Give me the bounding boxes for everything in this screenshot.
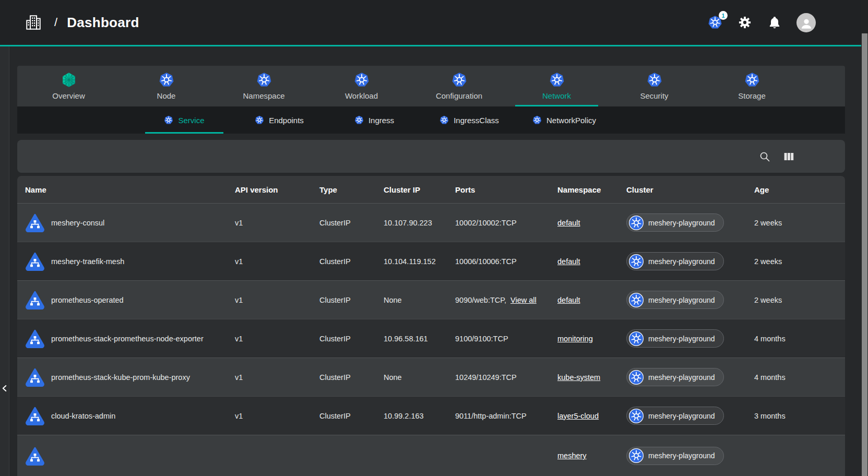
resource-tabs: Overview Node Namespace — [17, 66, 845, 106]
service-name: cloud-kratos-admin — [51, 412, 115, 420]
sub-tab[interactable]: IngressClass — [422, 106, 517, 134]
type-cell: ClusterIP — [319, 257, 384, 266]
ports-value: 10249/10249:TCP — [455, 373, 517, 382]
cluster-chip[interactable]: meshery-playground — [626, 407, 724, 425]
nav-tab[interactable]: Workload — [313, 66, 410, 106]
nav-tab-label: Configuration — [436, 91, 482, 100]
view-all-ports-link[interactable]: View all — [510, 296, 537, 304]
service-triangle-icon — [25, 367, 45, 387]
service-name-cell — [25, 446, 235, 466]
chevron-left-icon[interactable] — [0, 383, 10, 396]
active-subtab-indicator — [145, 132, 223, 134]
service-triangle-icon — [25, 446, 45, 466]
namespace-link[interactable]: layer5-cloud — [557, 412, 599, 420]
nav-tab[interactable]: Namespace — [215, 66, 313, 106]
page-title: Dashboard — [67, 15, 139, 31]
cluster-chip[interactable]: meshery-playground — [626, 213, 724, 232]
namespace-link[interactable]: monitoring — [557, 335, 593, 343]
age-cell: 4 months — [754, 373, 845, 382]
sub-tab-label: NetworkPolicy — [546, 116, 596, 125]
table-row[interactable]: prometheus-stack-kube-prom-kube-proxy v1… — [17, 358, 845, 396]
sub-tab[interactable]: NetworkPolicy — [517, 106, 612, 134]
kubernetes-icon — [629, 331, 644, 346]
api-version-cell: v1 — [235, 257, 319, 266]
namespace-link[interactable]: default — [557, 219, 580, 227]
ports-cell: 9090/web:TCP, View all — [455, 296, 557, 304]
age-cell: 2 weeks — [754, 296, 845, 304]
table-row[interactable]: cloud-kratos-admin v1 ClusterIP 10.99.2.… — [17, 396, 845, 435]
column-header-name[interactable]: Name — [25, 185, 235, 194]
nav-tab-label: Node — [157, 91, 176, 100]
cluster-chip[interactable]: meshery-playground — [626, 291, 724, 309]
table-row[interactable]: prometheus-stack-prometheus-node-exporte… — [17, 319, 845, 358]
namespace-link[interactable]: meshery — [557, 451, 587, 460]
cluster-chip[interactable]: meshery-playground — [626, 447, 724, 465]
search-icon[interactable] — [758, 150, 771, 163]
namespace-cell: layer5-cloud — [557, 412, 626, 420]
cluster-chip-label: meshery-playground — [648, 373, 715, 382]
service-triangle-icon — [25, 406, 45, 425]
service-name-cell: meshery-traefik-mesh — [25, 252, 235, 271]
ports-value: 9090/web:TCP, — [455, 296, 506, 304]
cluster-chip-label: meshery-playground — [648, 296, 715, 304]
type-cell: ClusterIP — [319, 412, 384, 420]
namespace-link[interactable]: default — [557, 296, 580, 304]
api-version-cell: v1 — [235, 296, 319, 304]
table-row[interactable]: prometheus-operated v1 ClusterIP None 90… — [17, 280, 845, 319]
namespace-cell: kube-system — [557, 373, 626, 382]
type-cell: ClusterIP — [319, 373, 384, 382]
column-header-cluster[interactable]: Cluster — [626, 185, 754, 194]
nav-tab-label: Security — [640, 91, 668, 100]
table-row[interactable]: meshery-consul v1 ClusterIP 10.107.90.22… — [17, 203, 845, 242]
kubernetes-icon — [647, 72, 662, 88]
column-header-age[interactable]: Age — [754, 185, 845, 194]
type-cell: ClusterIP — [319, 296, 384, 304]
cluster-chip-label: meshery-playground — [648, 257, 715, 266]
settings-gear-icon[interactable] — [737, 15, 753, 30]
age-cell: 3 months — [754, 412, 845, 420]
table-row[interactable]: meshery-traefik-mesh v1 ClusterIP 10.104… — [17, 242, 845, 280]
nav-tab[interactable]: Security — [605, 66, 703, 106]
sub-tab[interactable]: Endpoints — [232, 106, 327, 134]
nav-tab[interactable]: Network — [508, 66, 605, 106]
kubernetes-context-button[interactable]: 1 — [707, 15, 723, 30]
nav-tab[interactable]: Node — [117, 66, 215, 106]
column-header-type[interactable]: Type — [319, 185, 384, 194]
nav-tab-label: Network — [542, 91, 571, 100]
view-columns-icon[interactable] — [782, 150, 795, 163]
sub-tab-label: Endpoints — [269, 116, 304, 125]
kubernetes-icon — [354, 72, 370, 88]
user-avatar[interactable] — [796, 13, 816, 32]
scrollbar-thumb[interactable] — [862, 33, 867, 476]
service-name: prometheus-stack-kube-prom-kube-proxy — [51, 373, 190, 382]
service-name: prometheus-operated — [51, 296, 124, 304]
nav-tab[interactable]: Storage — [703, 66, 801, 106]
ports-cell: 10002/10002:TCP — [455, 219, 557, 227]
sub-tab[interactable]: Ingress — [327, 106, 422, 134]
notifications-bell-icon[interactable] — [767, 15, 782, 30]
nav-tab[interactable]: Configuration — [410, 66, 508, 106]
column-header-api-version[interactable]: API version — [235, 185, 319, 194]
ports-cell: 10249/10249:TCP — [455, 373, 557, 382]
cluster-chip[interactable]: meshery-playground — [626, 329, 724, 348]
service-name-cell: prometheus-stack-prometheus-node-exporte… — [25, 329, 235, 348]
sub-tab[interactable]: Service — [137, 106, 232, 134]
column-header-namespace[interactable]: Namespace — [557, 185, 626, 194]
services-table: Name API version Type Cluster IP Ports N… — [17, 176, 845, 476]
cluster-chip[interactable]: meshery-playground — [626, 368, 724, 386]
table-row[interactable]: meshery meshery-playground — [17, 435, 845, 476]
app-header: / Dashboard 1 — [0, 0, 868, 45]
cluster-ip-cell: 10.99.2.163 — [384, 412, 455, 420]
left-collapse-strip — [0, 46, 9, 476]
cluster-chip[interactable]: meshery-playground — [626, 252, 724, 270]
organization-icon[interactable] — [24, 13, 43, 32]
api-version-cell: v1 — [235, 412, 319, 420]
namespace-link[interactable]: kube-system — [557, 373, 600, 382]
column-header-cluster-ip[interactable]: Cluster IP — [384, 185, 455, 194]
kubernetes-icon — [629, 216, 644, 230]
ports-cell: 10006/10006:TCP — [455, 257, 557, 266]
kubernetes-icon — [629, 254, 644, 269]
nav-tab[interactable]: Overview — [20, 66, 117, 106]
column-header-ports[interactable]: Ports — [455, 185, 557, 194]
namespace-link[interactable]: default — [557, 257, 580, 266]
